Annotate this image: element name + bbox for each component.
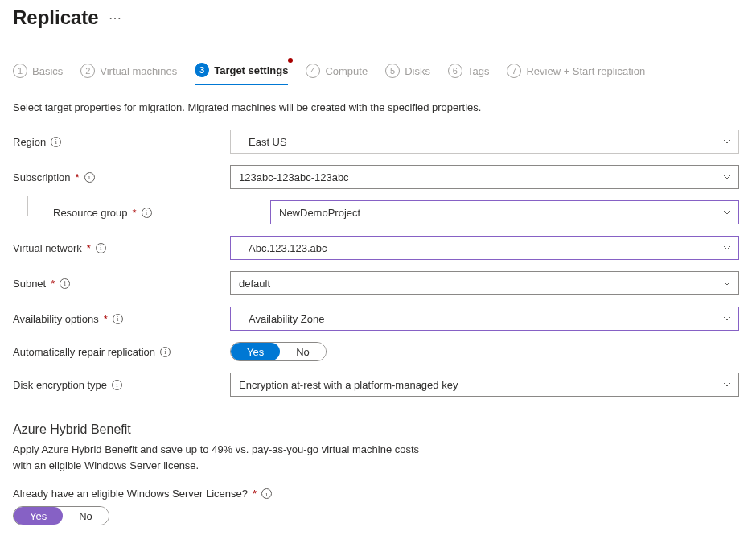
- step-number-icon: 4: [306, 64, 320, 78]
- tab-label: Virtual machines: [100, 65, 177, 77]
- row-resource-group: Resource group * i NewDemoProject: [13, 200, 739, 224]
- disk-encryption-select[interactable]: Encryption at-rest with a platform-manag…: [230, 373, 739, 397]
- info-icon[interactable]: i: [84, 172, 95, 183]
- step-number-icon: 7: [507, 64, 521, 78]
- chevron-down-icon: [722, 314, 732, 323]
- label-auto-repair: Automatically repair replication i: [13, 346, 230, 358]
- tab-label: Review + Start replication: [526, 65, 645, 77]
- license-no[interactable]: No: [63, 507, 109, 525]
- tab-target-settings[interactable]: 3 Target settings: [195, 58, 288, 85]
- row-availability: Availability options * i Availability Zo…: [13, 307, 739, 331]
- required-asterisk: *: [253, 488, 257, 500]
- hybrid-benefit-desc: Apply Azure Hybrid Benefit and save up t…: [13, 442, 739, 473]
- info-icon[interactable]: i: [112, 380, 122, 390]
- chevron-down-icon: [722, 380, 732, 389]
- label-subscription: Subscription * i: [13, 171, 230, 183]
- row-subscription: Subscription * i 123abc-123abc-123abc: [13, 165, 739, 189]
- label-resource-group: Resource group * i: [13, 207, 230, 219]
- row-auto-repair: Automatically repair replication i Yes N…: [13, 342, 739, 361]
- license-question-label: Already have an eligible Windows Server …: [13, 488, 248, 500]
- info-icon[interactable]: i: [160, 347, 171, 357]
- auto-repair-no[interactable]: No: [280, 343, 326, 360]
- tab-label: Tags: [467, 65, 489, 77]
- info-icon[interactable]: i: [60, 278, 70, 289]
- page-title: Replicate: [13, 6, 99, 29]
- tab-tags[interactable]: 6 Tags: [448, 58, 489, 85]
- more-actions-icon[interactable]: ⋯: [109, 10, 121, 26]
- subscription-select[interactable]: 123abc-123abc-123abc: [230, 165, 739, 189]
- info-icon[interactable]: i: [96, 243, 106, 253]
- wizard-tabs: 1 Basics 2 Virtual machines 3 Target set…: [13, 58, 739, 85]
- tab-basics[interactable]: 1 Basics: [13, 58, 63, 85]
- tab-label: Disks: [405, 65, 430, 77]
- availability-select[interactable]: Availability Zone: [230, 307, 739, 331]
- hybrid-benefit-heading: Azure Hybrid Benefit: [13, 422, 739, 437]
- chevron-down-icon: [722, 137, 732, 146]
- label-region: Region i: [13, 136, 230, 148]
- required-asterisk: *: [133, 207, 137, 219]
- label-subnet: Subnet * i: [13, 278, 230, 290]
- row-disk-encryption: Disk encryption type i Encryption at-res…: [13, 373, 739, 397]
- step-number-icon: 5: [385, 64, 400, 78]
- chevron-down-icon: [722, 243, 732, 253]
- tab-compute[interactable]: 4 Compute: [306, 58, 368, 85]
- row-subnet: Subnet * i default: [13, 271, 739, 295]
- tab-label: Target settings: [214, 64, 288, 76]
- required-asterisk: *: [87, 242, 91, 254]
- validation-dot-icon: [288, 58, 293, 63]
- row-region: Region i East US: [13, 130, 739, 154]
- tab-review[interactable]: 7 Review + Start replication: [507, 58, 645, 85]
- auto-repair-toggle: Yes No: [230, 342, 327, 361]
- tab-disks[interactable]: 5 Disks: [385, 58, 430, 85]
- license-toggle: Yes No: [13, 506, 109, 525]
- required-asterisk: *: [104, 313, 108, 325]
- tab-virtual-machines[interactable]: 2 Virtual machines: [80, 58, 177, 85]
- info-icon[interactable]: i: [51, 137, 61, 147]
- step-number-icon: 6: [448, 64, 462, 78]
- intro-text: Select target properties for migration. …: [13, 101, 739, 113]
- resource-group-select[interactable]: NewDemoProject: [270, 200, 739, 224]
- label-virtual-network: Virtual network * i: [13, 242, 230, 254]
- subnet-select[interactable]: default: [230, 271, 739, 295]
- tab-label: Compute: [325, 65, 368, 77]
- info-icon[interactable]: i: [142, 208, 152, 218]
- required-asterisk: *: [76, 171, 80, 183]
- chevron-down-icon: [722, 172, 732, 182]
- step-number-icon: 1: [13, 64, 27, 78]
- chevron-down-icon: [722, 278, 732, 288]
- chevron-down-icon: [722, 208, 732, 217]
- virtual-network-select[interactable]: Abc.123.123.abc: [230, 236, 739, 260]
- info-icon[interactable]: i: [261, 488, 272, 499]
- label-disk-encryption: Disk encryption type i: [13, 379, 230, 391]
- tab-label: Basics: [32, 65, 63, 77]
- license-question-row: Already have an eligible Windows Server …: [13, 488, 739, 500]
- region-select[interactable]: East US: [230, 130, 739, 154]
- info-icon[interactable]: i: [113, 314, 123, 324]
- page-header: Replicate ⋯: [13, 6, 739, 29]
- step-number-icon: 3: [195, 63, 209, 77]
- indent-connector-icon: [27, 196, 45, 216]
- required-asterisk: *: [51, 278, 55, 290]
- label-availability: Availability options * i: [13, 313, 230, 325]
- auto-repair-yes[interactable]: Yes: [231, 343, 280, 360]
- row-virtual-network: Virtual network * i Abc.123.123.abc: [13, 236, 739, 260]
- license-yes[interactable]: Yes: [14, 507, 63, 525]
- step-number-icon: 2: [80, 64, 95, 78]
